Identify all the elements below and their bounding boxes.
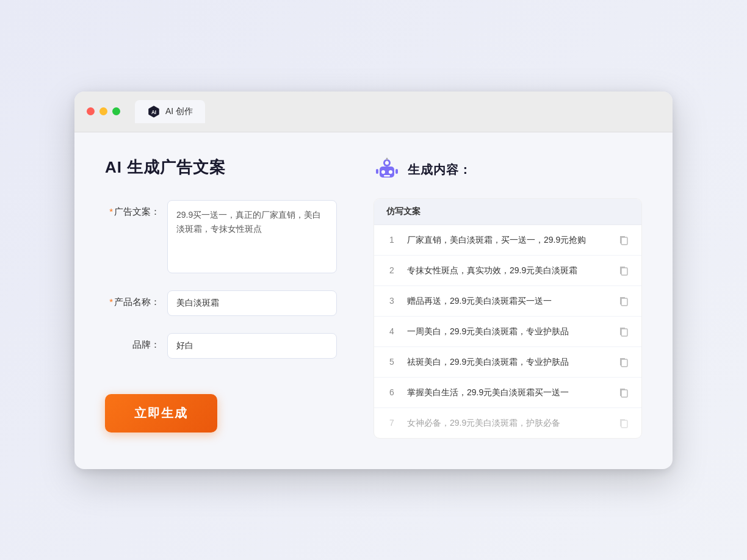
table-row: 2 专抹女性斑点，真实功效，29.9元美白淡斑霜 <box>374 256 641 286</box>
copy-icon[interactable] <box>618 417 629 428</box>
copy-icon[interactable] <box>618 234 629 245</box>
brand-group: 品牌： <box>105 333 337 359</box>
svg-point-3 <box>385 161 389 165</box>
result-title: 生成内容： <box>408 162 472 178</box>
tab-label: AI 创作 <box>165 106 193 117</box>
table-row: 7 女神必备，29.9元美白淡斑霜，护肤必备 <box>374 408 641 438</box>
required-star-1: * <box>109 206 113 217</box>
copy-icon[interactable] <box>618 356 629 367</box>
product-name-label: *产品名称： <box>105 290 160 308</box>
svg-rect-9 <box>395 169 398 174</box>
row-text: 掌握美白生活，29.9元美白淡斑霜买一送一 <box>407 386 608 399</box>
svg-point-5 <box>381 170 385 174</box>
table-header: 仿写文案 <box>374 199 641 225</box>
row-text: 专抹女性斑点，真实功效，29.9元美白淡斑霜 <box>407 264 608 277</box>
row-number: 3 <box>386 296 397 306</box>
result-header: 生成内容： <box>374 157 642 184</box>
svg-rect-18 <box>621 420 627 428</box>
svg-rect-7 <box>384 175 390 177</box>
browser-window: AI AI 创作 AI 生成广告文案 *广告文案： 29.9买一送一，真正的厂家… <box>74 92 673 469</box>
ai-tab-icon: AI <box>147 105 161 118</box>
table-row: 4 一周美白，29.9元美白淡斑霜，专业护肤品 <box>374 317 641 347</box>
copy-icon[interactable] <box>618 326 629 337</box>
minimize-button[interactable] <box>99 107 107 115</box>
table-row: 3 赠品再送，29.9元美白淡斑霜买一送一 <box>374 286 641 317</box>
row-text: 祛斑美白，29.9元美白淡斑霜，专业护肤品 <box>407 356 608 368</box>
required-star-2: * <box>109 296 113 307</box>
table-row: 6 掌握美白生活，29.9元美白淡斑霜买一送一 <box>374 378 641 408</box>
result-table: 仿写文案 1 厂家直销，美白淡斑霜，买一送一，29.9元抢购 2 专抹女性斑点，… <box>374 198 642 439</box>
row-text: 女神必备，29.9元美白淡斑霜，护肤必备 <box>407 417 608 429</box>
svg-rect-13 <box>621 268 627 275</box>
table-row: 5 祛斑美白，29.9元美白淡斑霜，专业护肤品 <box>374 347 641 378</box>
svg-rect-12 <box>621 237 627 245</box>
brand-label: 品牌： <box>105 333 160 351</box>
generate-button[interactable]: 立即生成 <box>105 394 217 433</box>
row-number: 1 <box>386 235 397 245</box>
copy-icon[interactable] <box>618 387 629 398</box>
row-number: 7 <box>386 418 397 428</box>
copy-icon[interactable] <box>618 265 629 276</box>
product-name-input[interactable] <box>167 290 337 316</box>
row-text: 厂家直销，美白淡斑霜，买一送一，29.9元抢购 <box>407 234 608 246</box>
svg-point-11 <box>386 157 388 159</box>
svg-rect-17 <box>621 390 627 397</box>
page-title: AI 生成广告文案 <box>105 157 337 178</box>
brand-input[interactable] <box>167 333 337 359</box>
svg-rect-16 <box>621 359 627 367</box>
svg-rect-8 <box>376 169 378 174</box>
ad-copy-textarea[interactable]: 29.9买一送一，真正的厂家直销，美白淡斑霜，专抹女性斑点 <box>167 200 337 273</box>
content-area: AI 生成广告文案 *广告文案： 29.9买一送一，真正的厂家直销，美白淡斑霜，… <box>74 132 673 469</box>
table-row: 1 厂家直销，美白淡斑霜，买一送一，29.9元抢购 <box>374 225 641 256</box>
traffic-lights <box>87 107 120 115</box>
product-name-group: *产品名称： <box>105 290 337 316</box>
robot-icon <box>374 157 400 184</box>
svg-text:AI: AI <box>151 109 156 115</box>
ai-tab[interactable]: AI AI 创作 <box>135 100 205 123</box>
row-number: 2 <box>386 265 397 275</box>
ad-copy-label: *广告文案： <box>105 200 160 218</box>
right-panel: 生成内容： 仿写文案 1 厂家直销，美白淡斑霜，买一送一，29.9元抢购 2 专… <box>374 157 642 439</box>
row-number: 4 <box>386 326 397 336</box>
row-text: 赠品再送，29.9元美白淡斑霜买一送一 <box>407 295 608 307</box>
svg-point-6 <box>389 170 392 174</box>
close-button[interactable] <box>87 107 95 115</box>
svg-rect-14 <box>621 298 627 306</box>
left-panel: AI 生成广告文案 *广告文案： 29.9买一送一，真正的厂家直销，美白淡斑霜，… <box>105 157 337 439</box>
row-text: 一周美白，29.9元美白淡斑霜，专业护肤品 <box>407 325 608 338</box>
svg-rect-15 <box>621 329 627 336</box>
copy-icon[interactable] <box>618 295 629 306</box>
row-number: 5 <box>386 357 397 367</box>
ad-copy-group: *广告文案： 29.9买一送一，真正的厂家直销，美白淡斑霜，专抹女性斑点 <box>105 200 337 273</box>
row-number: 6 <box>386 387 397 397</box>
title-bar: AI AI 创作 <box>74 92 673 132</box>
maximize-button[interactable] <box>112 107 120 115</box>
